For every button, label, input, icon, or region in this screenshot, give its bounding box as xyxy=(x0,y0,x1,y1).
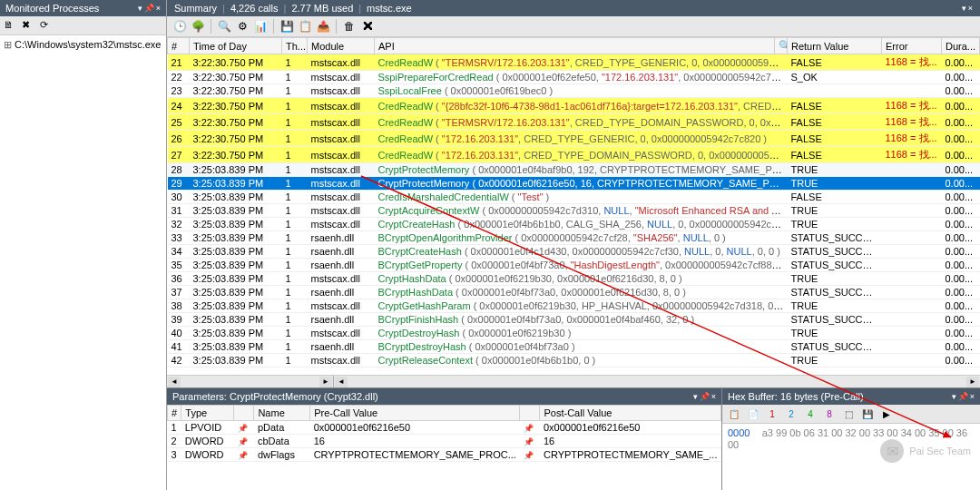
table-row[interactable]: 313:25:03.839 PM1mstscax.dllCryptAcquire… xyxy=(168,204,980,218)
col-num[interactable]: # xyxy=(168,38,190,54)
table-row[interactable]: 293:25:03.839 PM1mstscax.dllCryptProtect… xyxy=(168,177,980,191)
pcol-pre[interactable]: Pre-Call Value xyxy=(310,406,520,421)
summary-label: Summary xyxy=(174,3,217,14)
col-search[interactable]: 🔍 xyxy=(775,38,788,54)
col-time[interactable]: Time of Day xyxy=(190,38,282,54)
panel-pin-icon[interactable]: 📌 xyxy=(144,4,154,13)
pcol-pin2 xyxy=(520,406,540,421)
hex-panel: Hex Buffer: 16 bytes (Pre-Call) ▾📌× 📋 📄 … xyxy=(722,388,980,490)
calls-grid: # Time of Day Th... Module API 🔍 Return … xyxy=(167,37,980,368)
table-row[interactable]: 213:22:30.750 PM1mstscax.dllCredReadW ( … xyxy=(168,54,980,71)
scroll-left-icon[interactable]: ◄ xyxy=(168,377,181,387)
pcol-idx[interactable]: # xyxy=(168,406,181,421)
table-row[interactable]: 363:25:03.839 PM1mstscax.dllCryptHashDat… xyxy=(168,272,980,286)
pin-icon: 📌 xyxy=(524,451,534,460)
chart-icon[interactable]: 📊 xyxy=(253,19,268,34)
hex-copy-icon[interactable]: 📋 xyxy=(726,407,742,421)
table-row[interactable]: 223:22:30.750 PM1mstscax.dllSspiPrepareF… xyxy=(168,71,980,84)
parameters-panel: Parameters: CryptProtectMemory (Crypt32.… xyxy=(167,388,722,490)
remove-process-icon[interactable]: ✖ xyxy=(22,19,34,32)
table-row[interactable]: 323:25:03.839 PM1mstscax.dllCryptCreateH… xyxy=(168,218,980,231)
hex-1byte-icon[interactable]: 1 xyxy=(764,407,780,421)
hex-offset: 0000 xyxy=(728,427,750,438)
table-row[interactable]: 303:25:03.839 PM1mstscax.dllCredIsMarsha… xyxy=(168,191,980,204)
hex-bytes: a3 99 0b 06 31 00 32 00 33 00 34 00 35 0… xyxy=(728,427,967,450)
panel-pin-icon[interactable]: 📌 xyxy=(700,392,710,401)
pcol-name[interactable]: Name xyxy=(254,406,310,421)
export-icon[interactable]: 📤 xyxy=(316,19,330,34)
panel-close-icon[interactable]: × xyxy=(711,392,716,401)
panel-dropdown-icon[interactable]: ▾ xyxy=(962,4,966,13)
hex-paste-icon[interactable]: 📄 xyxy=(745,407,761,421)
param-row[interactable]: 3DWORD📌dwFlagsCRYPTPROTECTMEMORY_SAME_PR… xyxy=(168,448,721,462)
clear-icon[interactable]: 🗑 xyxy=(342,19,357,34)
param-row[interactable]: 1LPVOID📌pData0x000001e0f6216e50📌0x000001… xyxy=(168,421,721,435)
col-thread[interactable]: Th... xyxy=(282,38,308,54)
clock-icon[interactable]: 🕒 xyxy=(172,19,187,34)
calls-panel: Summary | 4,226 calls | 2.77 MB used | m… xyxy=(167,0,980,490)
hex-bin-icon[interactable]: ⬚ xyxy=(840,407,857,421)
col-api[interactable]: API xyxy=(375,38,775,54)
scroll-right-icon[interactable]: ► xyxy=(319,377,332,387)
save-icon[interactable]: 💾 xyxy=(279,19,294,34)
hex-8byte-icon[interactable]: 8 xyxy=(821,407,838,421)
parameters-title: Parameters: CryptProtectMemory (Crypt32.… xyxy=(172,391,378,402)
summary-memory: 2.77 MB used xyxy=(291,3,353,14)
table-row[interactable]: 253:22:30.750 PM1mstscax.dllCredReadW ( … xyxy=(168,114,980,131)
table-row[interactable]: 283:25:03.839 PM1mstscax.dllCryptProtect… xyxy=(168,163,980,177)
copy-icon[interactable]: 📋 xyxy=(298,19,312,34)
pcol-post[interactable]: Post-Call Value xyxy=(540,406,721,421)
scroll-right-icon[interactable]: ► xyxy=(966,377,979,387)
hex-4byte-icon[interactable]: 4 xyxy=(802,407,818,421)
sep: | xyxy=(358,3,361,14)
col-module[interactable]: Module xyxy=(308,38,375,54)
pin-icon: 📌 xyxy=(238,451,248,460)
filter-icon[interactable]: 🔍 xyxy=(217,19,231,34)
options-icon[interactable]: ⚙ xyxy=(235,19,250,34)
table-row[interactable]: 423:25:03.839 PM1mstscax.dllCryptRelease… xyxy=(168,354,980,368)
table-row[interactable]: 333:25:03.839 PM1rsaenh.dll BCryptOpenAl… xyxy=(168,231,980,245)
pin-icon: 📌 xyxy=(524,437,534,446)
hex-2byte-icon[interactable]: 2 xyxy=(783,407,799,421)
table-row[interactable]: 243:22:30.750 PM1mstscax.dllCredReadW ( … xyxy=(168,98,980,114)
param-row[interactable]: 2DWORD📌cbData16📌16 xyxy=(168,435,721,448)
panel-close-icon[interactable]: × xyxy=(970,392,975,401)
separator xyxy=(211,19,211,34)
col-error[interactable]: Error xyxy=(882,38,942,54)
calls-grid-container[interactable]: # Time of Day Th... Module API 🔍 Return … xyxy=(167,37,980,375)
col-return[interactable]: Return Value xyxy=(788,38,882,54)
table-row[interactable]: 393:25:03.839 PM1rsaenh.dll BCryptFinish… xyxy=(168,313,980,327)
tree-icon[interactable]: 🌳 xyxy=(191,19,205,34)
parameters-grid[interactable]: # Type Name Pre-Call Value Post-Call Val… xyxy=(167,405,721,490)
col-dura[interactable]: Dura... xyxy=(942,38,980,54)
panel-dropdown-icon[interactable]: ▾ xyxy=(952,392,956,401)
table-row[interactable]: 403:25:03.839 PM1mstscax.dllCryptDestroy… xyxy=(168,327,980,340)
pcol-type[interactable]: Type xyxy=(181,406,234,421)
table-row[interactable]: 373:25:03.839 PM1rsaenh.dll BCryptHashDa… xyxy=(168,286,980,299)
table-row[interactable]: 353:25:03.839 PM1rsaenh.dll BCryptGetPro… xyxy=(168,259,980,272)
panel-dropdown-icon[interactable]: ▾ xyxy=(693,392,698,401)
main-toolbar: 🕒 🌳 🔍 ⚙ 📊 💾 📋 📤 🗑 🗙 xyxy=(167,16,980,37)
panel-close-icon[interactable]: × xyxy=(968,4,973,13)
process-tree[interactable]: C:\Windows\system32\mstsc.exe xyxy=(0,35,166,490)
table-row[interactable]: 233:22:30.750 PM1mstscax.dllSspiLocalFre… xyxy=(168,84,980,98)
hex-next-icon[interactable]: ▶ xyxy=(878,407,895,421)
table-row[interactable]: 273:22:30.750 PM1mstscax.dllCredReadW ( … xyxy=(168,147,980,163)
delete-icon[interactable]: 🗙 xyxy=(360,19,375,34)
table-row[interactable]: 343:25:03.839 PM1rsaenh.dll BCryptCreate… xyxy=(168,245,980,259)
tree-item-mstsc[interactable]: C:\Windows\system32\mstsc.exe xyxy=(4,38,162,52)
panel-close-icon[interactable]: × xyxy=(156,4,161,13)
add-process-icon[interactable]: 🗎 xyxy=(4,19,16,32)
hex-content[interactable]: 0000 a3 99 0b 06 31 00 32 00 33 00 34 00… xyxy=(722,424,980,490)
panel-pin-icon[interactable]: 📌 xyxy=(958,392,968,401)
pin-icon: 📌 xyxy=(238,424,248,433)
table-row[interactable]: 383:25:03.839 PM1mstscax.dllCryptGetHash… xyxy=(168,299,980,313)
refresh-icon[interactable]: ⟳ xyxy=(40,19,53,32)
table-row[interactable]: 413:25:03.839 PM1rsaenh.dll BCryptDestro… xyxy=(168,340,980,354)
horizontal-scrollbar[interactable]: ◄► ◄► xyxy=(167,375,980,387)
scroll-left-icon[interactable]: ◄ xyxy=(335,377,348,387)
separator xyxy=(273,19,274,34)
panel-dropdown-icon[interactable]: ▾ xyxy=(138,4,142,13)
hex-save-icon[interactable]: 💾 xyxy=(859,407,876,421)
table-row[interactable]: 263:22:30.750 PM1mstscax.dllCredReadW ( … xyxy=(168,131,980,147)
